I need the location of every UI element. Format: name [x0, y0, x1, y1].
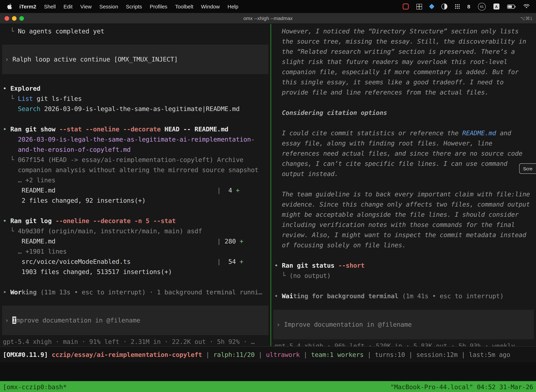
- text-segment: └ 4b9d30f (origin/main, instructkr/main,…: [3, 227, 202, 235]
- text-segment: evidence. Since this change only affects…: [274, 201, 530, 208]
- text-segment: --short: [338, 262, 364, 269]
- text-segment: README.md: [3, 238, 55, 245]
- text-segment: •: [3, 217, 10, 224]
- terminal-line: [271, 281, 536, 291]
- text-segment: review. Also, I might want to inspect th…: [274, 231, 526, 238]
- tmux-status-bar: [omx-cczip0:bash* "MacBook-Pro-44.local"…: [0, 381, 536, 392]
- terminal-line: slight risk that future readers may over…: [271, 56, 536, 67]
- footer-spacer: [0, 362, 536, 381]
- text-segment: The team guideline is to back every impo…: [274, 190, 530, 198]
- close-button[interactable]: [5, 16, 9, 21]
- apple-logo: [7, 4, 12, 9]
- terminal-line: evidence. Since this change only affects…: [271, 199, 536, 209]
- text-segment: 1903 files changed, 513517 insertions(+): [3, 268, 172, 275]
- terminal-line: Search 2026-03-09-is-legal-the-same-as-l…: [0, 104, 270, 114]
- grid-icon[interactable]: [416, 4, 422, 9]
- terminal-line: [271, 250, 536, 260]
- text-segment: --oneline --decorate -n 5 --stat: [55, 217, 176, 224]
- spacer: [271, 301, 536, 310]
- text-segment: last:5m ago: [469, 351, 510, 358]
- input-source-a-icon[interactable]: A: [493, 4, 499, 9]
- text-segment: references need actual files, and since …: [274, 150, 522, 157]
- menu-item-profiles[interactable]: Profiles: [146, 4, 171, 9]
- text-segment: └: [3, 27, 18, 35]
- minimize-button[interactable]: [12, 16, 17, 21]
- menu-item-toolbelt[interactable]: Toolbelt: [171, 4, 197, 9]
- battery-icon[interactable]: [507, 5, 516, 9]
- zoom-button[interactable]: [19, 16, 24, 21]
- text-segment: No agents completed yet: [18, 27, 105, 35]
- menu-item-window[interactable]: Window: [197, 4, 224, 9]
- text-segment: |: [55, 187, 228, 194]
- spacer: [0, 297, 270, 306]
- menu-item-scripts[interactable]: Scripts: [122, 4, 146, 9]
- text-segment: companion file, especially if more comme…: [274, 68, 519, 75]
- text-segment: changes, I can’t cite specific file line…: [274, 160, 507, 167]
- window-shortcut-badge: ⌥⌘1: [520, 16, 532, 21]
- terminal-line: the source tree, missing the essay. Stil…: [271, 36, 536, 46]
- battery-61-badge[interactable]: 61: [478, 3, 486, 10]
- text-segment: Search: [3, 105, 40, 112]
- text-segment: the “Related research writing” section i…: [274, 48, 515, 55]
- terminal-line: 1903 files changed, 513517 insertions(+): [0, 267, 270, 277]
- text-segment: Ran: [282, 262, 293, 269]
- text-segment: Explored: [10, 85, 40, 92]
- contrast-circle-icon[interactable]: [441, 4, 447, 9]
- text-segment: |: [131, 258, 228, 265]
- text-segment: README.md: [462, 129, 496, 137]
- box-line: › Ralph loop active continue [OMX_TMUX_I…: [2, 55, 178, 64]
- box-line: › Improve documentation in @filename: [273, 320, 412, 329]
- terminal-line: of focusing solely on file lines.: [271, 240, 536, 250]
- text-segment: •: [274, 262, 282, 269]
- menu-item-view[interactable]: View: [77, 4, 96, 9]
- terminal-line: … +1901 lines: [0, 246, 270, 257]
- terminal-line: changes, I can’t cite specific file line…: [271, 159, 536, 169]
- box-line: › Improve documentation in @filename: [2, 316, 140, 325]
- text-segment: … +1901 lines: [3, 248, 67, 255]
- prompt-input[interactable]: › Improve documentation in @filename: [273, 310, 534, 339]
- menu-item-edit[interactable]: Edit: [60, 4, 77, 9]
- text-segment: |: [202, 351, 213, 358]
- terminal-line: references need actual files, and since …: [271, 148, 536, 159]
- text-segment: Wor: [10, 288, 22, 296]
- menu-item-help[interactable]: Help: [224, 4, 242, 9]
- terminal-line: review. Also, I might want to inspect th…: [271, 230, 536, 240]
- text-segment: •: [3, 85, 10, 92]
- menu-item-shell[interactable]: Shell: [40, 4, 60, 9]
- text-segment: |: [405, 351, 416, 358]
- macos-menu-bar: iTerm2ShellEditViewSessionScriptsProfile…: [0, 0, 536, 13]
- tmux-session-window: [omx-cczip0:bash*: [3, 383, 67, 390]
- terminal-line: src/voice/voiceModeEnabled.ts | 54 +: [0, 257, 270, 267]
- right-terminal-pane[interactable]: However, I noticed the “Directory Struct…: [271, 24, 536, 346]
- left-terminal-pane[interactable]: └ No agents completed yet› Ralph loop ac…: [0, 24, 270, 346]
- screen-edge-chip[interactable]: Scre: [519, 163, 536, 174]
- ralph-loop-banner: › Ralph loop active continue [OMX_TMUX_I…: [2, 45, 268, 74]
- terminal-line: └ 067f154 (HEAD -> essay/ai-reimplementa…: [0, 154, 270, 165]
- apple-menu[interactable]: [4, 4, 15, 9]
- screen: iTerm2ShellEditViewSessionScriptsProfile…: [0, 0, 536, 392]
- record-stop-icon[interactable]: [402, 4, 408, 9]
- text-segment: 54: [228, 258, 239, 265]
- terminal-line: Considering citation options: [271, 107, 536, 118]
- menu-item-session[interactable]: Session: [96, 4, 122, 9]
- terminal-line: [0, 114, 270, 124]
- text-segment: session:12m: [416, 351, 458, 358]
- terminal-line: • Ran git log --oneline --decorate -n 5 …: [0, 216, 270, 226]
- text-segment: slight risk that future readers may over…: [274, 58, 507, 65]
- text-segment: (1m 41s • esc to interrupt): [398, 292, 503, 300]
- menu-item-iterm2[interactable]: iTerm2: [15, 4, 40, 9]
- wifi-icon[interactable]: [523, 4, 530, 9]
- text-segment: Considering citation options: [274, 109, 387, 116]
- window-title-bar[interactable]: omx --xhigh --madmax ⌥⌘1: [0, 13, 536, 24]
- terminal-line: [271, 97, 536, 107]
- terminal-line: └ 4b9d30f (origin/main, instructkr/main,…: [0, 226, 270, 236]
- blue-spark-icon[interactable]: [429, 4, 434, 9]
- text-segment: └ (no output): [274, 272, 331, 279]
- app-8-icon[interactable]: 8: [467, 4, 470, 9]
- prompt-input[interactable]: › Improve documentation in @filename: [2, 306, 268, 335]
- text-segment: |: [364, 351, 375, 358]
- menu-bar-status-icons: 861A: [402, 3, 532, 10]
- terminal-line: • Ran git status --short: [271, 260, 536, 271]
- dots-grid-icon[interactable]: [455, 4, 459, 9]
- text-segment: Ran: [10, 125, 22, 133]
